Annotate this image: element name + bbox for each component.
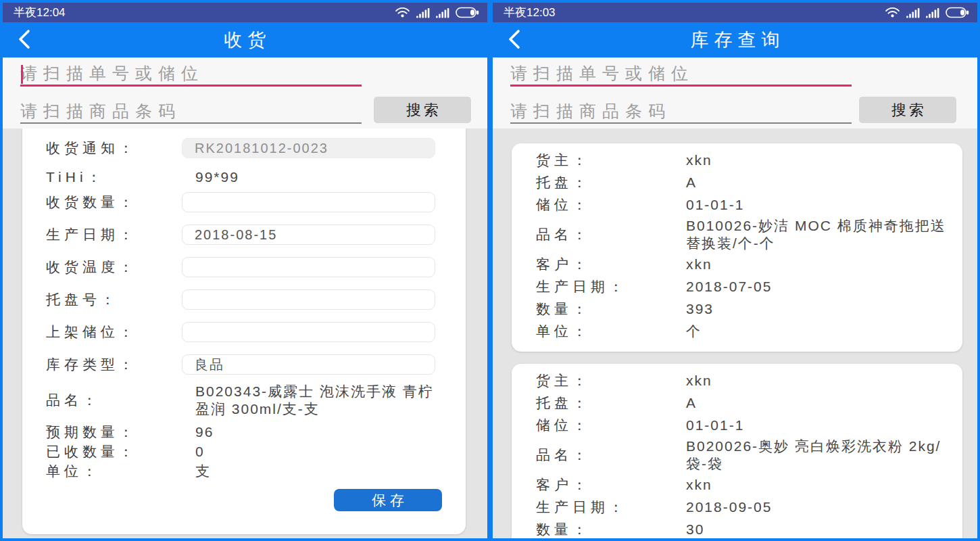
back-button[interactable]: [502, 28, 526, 52]
receiving-content: 收货通知： TiHi： 99*99 收货数量： 生产日期： 收货温度：: [3, 128, 487, 538]
form-row-receive-temp: 收货温度：: [46, 257, 442, 277]
field-label: 客户：: [536, 475, 686, 494]
signal-bars-icon: [416, 7, 430, 18]
inventory-row-bin: 储位： 01-01-1: [536, 415, 949, 436]
form-row-stock-type: 库存类型：: [46, 354, 442, 375]
receive-qty-input[interactable]: [182, 192, 435, 212]
inventory-row-bin: 储位： 01-01-1: [536, 195, 949, 215]
putaway-bin-input[interactable]: [182, 322, 435, 342]
inventory-row-product-name: 品名： B010026-妙洁 MOC 棉质神奇拖把送替换装/个-个: [536, 217, 949, 252]
form-row-expected-qty: 预期数量： 96: [46, 422, 442, 442]
order-or-bin-scan-input[interactable]: [510, 62, 852, 87]
unit-value: 支: [182, 463, 435, 480]
search-section: 搜索: [3, 57, 487, 128]
product-name-value: B010026-妙洁 MOC 棉质神奇拖把送替换装/个-个: [686, 217, 949, 252]
field-label: TiHi：: [46, 168, 182, 187]
back-button[interactable]: [12, 28, 36, 52]
inventory-row-pallet: 托盘： A: [536, 172, 949, 193]
pallet-value: A: [686, 394, 697, 412]
form-row-production-date: 生产日期：: [46, 225, 442, 245]
field-label: 生产日期：: [536, 498, 686, 517]
save-row: 保存: [46, 489, 442, 511]
product-barcode-input[interactable]: [510, 99, 852, 124]
product-name-value: B020343-威露士 泡沫洗手液 青柠盈润 300ml/支-支: [182, 383, 435, 418]
form-row-receive-qty: 收货数量：: [46, 192, 442, 212]
receive-temp-input[interactable]: [182, 257, 435, 277]
field-label: 货主：: [536, 151, 686, 170]
wifi-icon: [395, 7, 410, 18]
field-label: 托盘：: [536, 394, 686, 413]
customer-value: xkn: [686, 476, 712, 494]
inventory-row-owner: 货主： xkn: [536, 371, 949, 391]
status-bar: 半夜12:04: [3, 3, 487, 22]
field-label: 收货数量：: [46, 193, 182, 212]
tihi-value: 99*99: [182, 168, 435, 186]
field-label: 单位：: [536, 322, 686, 341]
stock-type-input[interactable]: [182, 354, 435, 375]
qty-value: 393: [686, 300, 714, 318]
form-row-unit: 单位： 支: [46, 461, 442, 481]
form-row-received-qty: 已收数量： 0: [46, 442, 442, 461]
text-cursor: [21, 65, 23, 84]
pallet-value: A: [686, 174, 697, 191]
status-icons: [395, 7, 479, 18]
inventory-row-production-date: 生产日期： 2018-07-05: [536, 277, 949, 297]
back-chevron-icon: [508, 28, 521, 52]
inventory-row-owner: 货主： xkn: [536, 150, 949, 170]
app-header: 库存查询: [493, 22, 977, 57]
field-label: 上架储位：: [46, 323, 182, 342]
clock-text: 半夜12:04: [14, 5, 66, 20]
search-section: 搜索: [493, 57, 977, 128]
field-label: 单位：: [46, 462, 182, 481]
expected-qty-value: 96: [182, 423, 435, 441]
owner-value: xkn: [686, 372, 712, 390]
bin-value: 01-01-1: [686, 196, 744, 214]
production-date-value: 2018-07-05: [686, 278, 772, 296]
back-chevron-icon: [18, 28, 31, 52]
field-label: 收货温度：: [46, 258, 182, 277]
inventory-row-qty: 数量： 30: [536, 519, 949, 538]
inventory-list: 货主： xkn 托盘： A 储位： 01-01-1 品名： B010026-妙洁…: [493, 128, 977, 538]
inventory-card: 货主： xkn 托盘： A 储位： 01-01-1 品名： B010026-妙洁…: [512, 143, 962, 352]
signal-bars-icon: [436, 7, 449, 18]
production-date-input[interactable]: [182, 225, 435, 245]
product-barcode-input[interactable]: [20, 99, 362, 124]
status-bar: 半夜12:03: [493, 3, 977, 22]
dual-screen-mockup: 半夜12:04 收货: [0, 0, 980, 541]
field-label: 收货通知：: [46, 139, 182, 158]
inventory-row-customer: 客户： xkn: [536, 254, 949, 275]
order-or-bin-scan-input[interactable]: [20, 62, 362, 87]
field-label: 生产日期：: [536, 277, 686, 296]
inventory-row-qty: 数量： 393: [536, 299, 949, 319]
field-label: 品名：: [536, 446, 686, 465]
signal-bars-icon: [906, 7, 920, 18]
inventory-row-production-date: 生产日期： 2018-09-05: [536, 497, 949, 517]
field-label: 生产日期：: [46, 225, 182, 244]
production-date-value: 2018-09-05: [686, 498, 772, 516]
inventory-row-product-name: 品名： B020026-奥妙 亮白焕彩洗衣粉 2kg/袋-袋: [536, 438, 949, 473]
pallet-no-input[interactable]: [182, 289, 435, 310]
receiving-form-card: 收货通知： TiHi： 99*99 收货数量： 生产日期： 收货温度：: [22, 128, 466, 534]
battery-icon: [946, 7, 969, 18]
field-label: 托盘号：: [46, 290, 182, 309]
qty-value: 30: [686, 521, 704, 538]
form-row-putaway-bin: 上架储位：: [46, 322, 442, 342]
received-qty-value: 0: [182, 443, 435, 461]
receiving-screen: 半夜12:04 收货: [3, 3, 487, 538]
page-title: 库存查询: [685, 28, 785, 52]
app-header: 收货: [3, 22, 487, 57]
product-name-value: B020026-奥妙 亮白焕彩洗衣粉 2kg/袋-袋: [686, 438, 949, 473]
inventory-query-screen: 半夜12:03 库存: [493, 3, 977, 538]
bin-value: 01-01-1: [686, 417, 744, 434]
field-label: 品名：: [536, 225, 686, 244]
owner-value: xkn: [686, 151, 712, 169]
inventory-row-customer: 客户： xkn: [536, 475, 949, 495]
inventory-row-unit: 单位： 个: [536, 321, 949, 342]
field-label: 数量：: [536, 300, 686, 319]
search-button[interactable]: 搜索: [374, 97, 471, 123]
search-button[interactable]: 搜索: [859, 97, 956, 123]
customer-value: xkn: [686, 256, 712, 273]
save-button[interactable]: 保存: [334, 489, 442, 511]
field-label: 储位：: [536, 416, 686, 435]
form-row-receipt-notice: 收货通知：: [46, 138, 442, 158]
